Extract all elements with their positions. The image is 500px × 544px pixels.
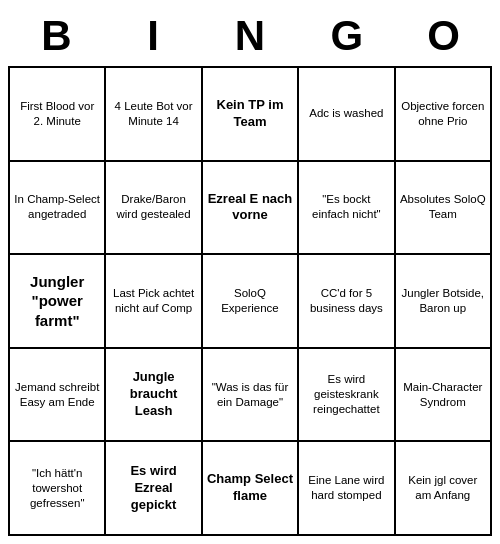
letter-n: N <box>210 12 290 60</box>
cell-r3-c1: Jungle braucht Leash <box>105 348 201 442</box>
cell-r3-c3: Es wird geisteskrank reingechattet <box>298 348 394 442</box>
cell-r2-c4: Jungler Botside, Baron up <box>395 254 491 348</box>
cell-r2-c2: SoloQ Experience <box>202 254 298 348</box>
letter-b: B <box>16 12 96 60</box>
cell-r3-c2: "Was is das für ein Damage" <box>202 348 298 442</box>
bingo-title: B I N G O <box>8 8 492 66</box>
cell-r2-c3: CC'd for 5 business days <box>298 254 394 348</box>
cell-r4-c2: Champ Select flame <box>202 441 298 535</box>
cell-r0-c1: 4 Leute Bot vor Minute 14 <box>105 67 201 161</box>
letter-o: O <box>404 12 484 60</box>
cell-r0-c3: Adc is washed <box>298 67 394 161</box>
cell-r4-c4: Kein jgl cover am Anfang <box>395 441 491 535</box>
cell-r2-c1: Last Pick achtet nicht auf Comp <box>105 254 201 348</box>
cell-r1-c2: Ezreal E nach vorne <box>202 161 298 255</box>
letter-i: I <box>113 12 193 60</box>
cell-r1-c0: In Champ-Select angetraded <box>9 161 105 255</box>
cell-r4-c0: "Ich hätt'n towershot gefressen" <box>9 441 105 535</box>
cell-r1-c3: "Es bockt einfach nicht" <box>298 161 394 255</box>
cell-r4-c3: Eine Lane wird hard stomped <box>298 441 394 535</box>
letter-g: G <box>307 12 387 60</box>
cell-r2-c0: Jungler "power farmt" <box>9 254 105 348</box>
cell-r1-c4: Absolutes SoloQ Team <box>395 161 491 255</box>
cell-r3-c4: Main-Character Syndrom <box>395 348 491 442</box>
cell-r0-c0: First Blood vor 2. Minute <box>9 67 105 161</box>
cell-r4-c1: Es wird Ezreal gepickt <box>105 441 201 535</box>
cell-r0-c4: Objective forcen ohne Prio <box>395 67 491 161</box>
cell-r0-c2: Kein TP im Team <box>202 67 298 161</box>
cell-r3-c0: Jemand schreibt Easy am Ende <box>9 348 105 442</box>
bingo-grid: First Blood vor 2. Minute4 Leute Bot vor… <box>8 66 492 536</box>
cell-r1-c1: Drake/Baron wird gestealed <box>105 161 201 255</box>
